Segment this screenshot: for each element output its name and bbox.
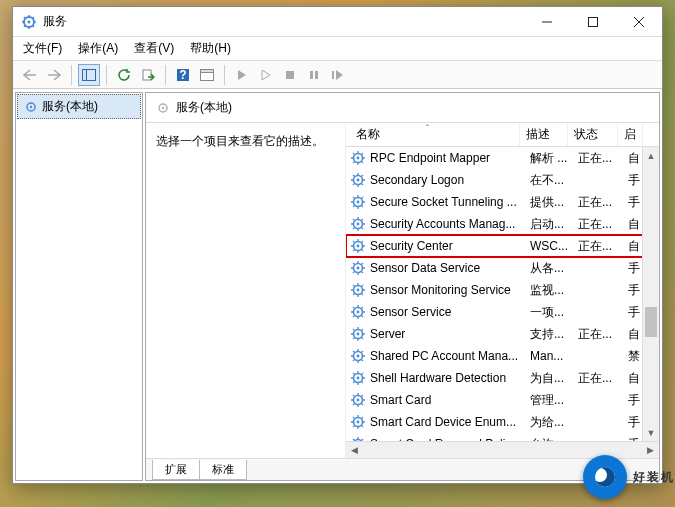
svg-point-23: [357, 201, 360, 204]
properties-button[interactable]: [196, 64, 218, 86]
column-status[interactable]: 状态: [568, 123, 618, 146]
svg-rect-9: [201, 69, 214, 72]
minimize-button[interactable]: [524, 7, 570, 36]
horizontal-scrollbar[interactable]: ◀ ▶: [346, 441, 659, 458]
svg-rect-13: [332, 71, 334, 79]
start-service-button[interactable]: [231, 64, 253, 86]
svg-rect-5: [143, 70, 151, 80]
refresh-button[interactable]: [113, 64, 135, 86]
scroll-right-arrow[interactable]: ▶: [642, 442, 659, 458]
scroll-left-arrow[interactable]: ◀: [346, 442, 363, 458]
svg-point-37: [357, 355, 360, 358]
menu-action[interactable]: 操作(A): [78, 40, 118, 57]
stop-alt-button[interactable]: [255, 64, 277, 86]
service-desc: 监视...: [530, 282, 578, 299]
service-gear-icon: [350, 370, 366, 386]
service-name: Smart Card: [370, 393, 530, 407]
service-row[interactable]: Secure Socket Tunneling ...提供...正在...手: [346, 191, 659, 213]
service-gear-icon: [350, 326, 366, 342]
service-desc: 启动...: [530, 216, 578, 233]
pane-heading: 服务(本地): [146, 93, 659, 123]
service-row[interactable]: RPC Endpoint Mapper解析 ...正在...自: [346, 147, 659, 169]
service-gear-icon: [350, 150, 366, 166]
service-row[interactable]: Secondary Logon在不...手: [346, 169, 659, 191]
export-button[interactable]: [137, 64, 159, 86]
svg-point-27: [357, 245, 360, 248]
service-gear-icon: [350, 194, 366, 210]
restart-service-button[interactable]: [327, 64, 349, 86]
svg-point-39: [357, 377, 360, 380]
service-row[interactable]: Security CenterWSC...正在...自: [346, 235, 659, 257]
column-startup[interactable]: 启: [618, 123, 643, 146]
svg-point-31: [357, 289, 360, 292]
maximize-button[interactable]: [570, 7, 616, 36]
forward-button[interactable]: [43, 64, 65, 86]
svg-point-25: [357, 223, 360, 226]
service-row[interactable]: Shared PC Account Mana...Man...禁: [346, 345, 659, 367]
service-row[interactable]: Sensor Service一项...手: [346, 301, 659, 323]
service-row[interactable]: Server支持...正在...自: [346, 323, 659, 345]
column-name[interactable]: 名称: [350, 123, 520, 146]
svg-rect-11: [310, 71, 313, 79]
service-desc: 一项...: [530, 304, 578, 321]
service-desc: 管理...: [530, 392, 578, 409]
service-name: Smart Card Device Enum...: [370, 415, 530, 429]
titlebar[interactable]: 服务: [13, 7, 662, 37]
service-name: Secondary Logon: [370, 173, 530, 187]
gear-icon: [24, 100, 38, 114]
vertical-scrollbar[interactable]: ▲ ▼: [642, 147, 659, 441]
service-name: Smart Card Removal Poli...: [370, 437, 530, 441]
scroll-up-arrow[interactable]: ▲: [643, 147, 659, 164]
content-body: 服务(本地) 服务(本地) 选择一个项目来查看它的描述。 ˆ 名称 描述 状态: [13, 89, 662, 483]
service-name: Shared PC Account Mana...: [370, 349, 530, 363]
svg-rect-10: [286, 71, 294, 79]
service-status: 正在...: [578, 194, 628, 211]
service-row[interactable]: Smart Card Removal Poli...允许...手: [346, 433, 659, 441]
service-status: 正在...: [578, 238, 628, 255]
service-name: Secure Socket Tunneling ...: [370, 195, 530, 209]
pause-service-button[interactable]: [303, 64, 325, 86]
service-gear-icon: [350, 304, 366, 320]
service-desc: 为自...: [530, 370, 578, 387]
service-name: Server: [370, 327, 530, 341]
column-headers[interactable]: ˆ 名称 描述 状态 启: [346, 123, 659, 147]
tab-standard[interactable]: 标准: [199, 460, 247, 480]
scroll-down-arrow[interactable]: ▼: [643, 424, 659, 441]
tree-root-item[interactable]: 服务(本地): [17, 94, 141, 119]
stop-service-button[interactable]: [279, 64, 301, 86]
description-pane: 选择一个项目来查看它的描述。: [146, 123, 346, 458]
service-list-pane: ˆ 名称 描述 状态 启 RPC Endpoint Mapper解析 ...正在…: [346, 123, 659, 458]
service-row[interactable]: Smart Card Device Enum...为给...手: [346, 411, 659, 433]
service-row[interactable]: Security Accounts Manag...启动...正在...自: [346, 213, 659, 235]
service-status: 正在...: [578, 370, 628, 387]
services-window: 服务 文件(F) 操作(A) 查看(V) 帮助(H) ?: [12, 6, 663, 484]
service-name: Sensor Service: [370, 305, 530, 319]
service-rows[interactable]: RPC Endpoint Mapper解析 ...正在...自Secondary…: [346, 147, 659, 441]
menu-help[interactable]: 帮助(H): [190, 40, 231, 57]
close-button[interactable]: [616, 7, 662, 36]
service-desc: Man...: [530, 349, 578, 363]
service-desc: WSC...: [530, 239, 578, 253]
view-tabs: 扩展 标准: [146, 458, 659, 480]
service-desc: 允许...: [530, 436, 578, 442]
service-row[interactable]: Sensor Data Service从各...手: [346, 257, 659, 279]
service-row[interactable]: Sensor Monitoring Service监视...手: [346, 279, 659, 301]
service-row[interactable]: Smart Card管理...手: [346, 389, 659, 411]
tree-pane[interactable]: 服务(本地): [15, 92, 143, 481]
help-button[interactable]: ?: [172, 64, 194, 86]
tree-root-label: 服务(本地): [42, 98, 98, 115]
service-name: Security Center: [370, 239, 530, 253]
back-button[interactable]: [19, 64, 41, 86]
scroll-thumb[interactable]: [645, 307, 657, 337]
service-status: 正在...: [578, 326, 628, 343]
column-description[interactable]: 描述: [520, 123, 568, 146]
tab-extended[interactable]: 扩展: [152, 460, 200, 480]
service-desc: 从各...: [530, 260, 578, 277]
service-name: Shell Hardware Detection: [370, 371, 530, 385]
menu-file[interactable]: 文件(F): [23, 40, 62, 57]
service-name: RPC Endpoint Mapper: [370, 151, 530, 165]
description-prompt: 选择一个项目来查看它的描述。: [156, 134, 324, 148]
show-hide-tree-button[interactable]: [78, 64, 100, 86]
menu-view[interactable]: 查看(V): [134, 40, 174, 57]
service-row[interactable]: Shell Hardware Detection为自...正在...自: [346, 367, 659, 389]
